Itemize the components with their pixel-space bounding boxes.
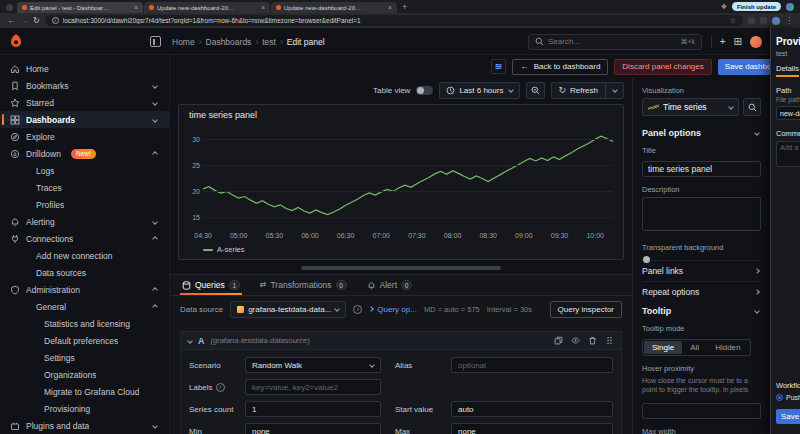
reload-icon[interactable]: ↻ (33, 17, 40, 25)
sidebar-item-statistics-and-licensing[interactable]: Statistics and licensing (0, 315, 169, 332)
sidebar-item-default-preferences[interactable]: Default preferences (0, 332, 169, 349)
sidebar-item-profiles[interactable]: Profiles (0, 196, 169, 213)
sidebar-item-explore[interactable]: Explore (0, 128, 169, 145)
sidebar-item-starred[interactable]: Starred (0, 94, 169, 111)
start-value-input[interactable] (451, 401, 613, 417)
sidebar-item-bookmarks[interactable]: Bookmarks (0, 77, 169, 94)
finish-update-button[interactable]: Finish update (732, 2, 781, 11)
mega-menu-dock-icon[interactable] (150, 36, 161, 47)
tab-close-icon[interactable]: × (134, 4, 138, 11)
duplicate-icon[interactable] (554, 336, 563, 345)
discard-panel-changes-button[interactable]: Discard panel changes (614, 59, 711, 75)
labels-input[interactable] (245, 379, 381, 395)
sidebar-item-data-sources[interactable]: Data sources (0, 264, 169, 281)
query-options-toggle[interactable]: Query op... (369, 305, 417, 314)
browser-tab-3[interactable]: Update new-dashboard-20… × (271, 2, 397, 13)
pane-resize-handle[interactable] (301, 266, 501, 270)
sidebar-item-home[interactable]: Home (0, 60, 169, 77)
panel-description-input[interactable] (642, 197, 761, 231)
tooltip-mode-hidden[interactable]: Hidden (707, 341, 748, 354)
info-icon[interactable]: i (353, 305, 362, 314)
sidebar-item-general[interactable]: General (0, 298, 169, 315)
browser-menu-icon[interactable]: ⋮ (785, 16, 793, 25)
refresh-button[interactable]: ↻ Refresh (551, 82, 624, 99)
sidebar-item-alerting[interactable]: Alerting (0, 213, 169, 230)
apps-grid-icon[interactable]: ⊞ (734, 37, 742, 47)
sidebar-item-add-new-connection[interactable]: Add new connection (0, 247, 169, 264)
tab-close-icon[interactable]: × (261, 4, 265, 11)
workflow-push-option[interactable]: Push (776, 394, 800, 401)
chevron-down-icon[interactable] (187, 338, 193, 344)
breadcrumb-home[interactable]: Home (172, 37, 195, 47)
tab-transformations[interactable]: ⇄ Transformations 0 (258, 275, 349, 295)
browser-tab-1[interactable]: Edit panel - test - Dashboar… × (17, 2, 143, 13)
sidebar-item-provisioning[interactable]: Provisioning (0, 400, 169, 417)
user-avatar[interactable] (750, 36, 762, 48)
sidebar-item-plugins-and-data[interactable]: Plugins and data (0, 417, 169, 434)
tab-search-icon[interactable] (6, 4, 13, 11)
breadcrumb-dashboard-name[interactable]: test (262, 37, 276, 47)
series-count-input[interactable] (245, 401, 381, 417)
visualization-search-button[interactable] (743, 98, 761, 116)
refresh-dropdown[interactable] (605, 83, 617, 98)
query-row-header[interactable]: A (grafana-testdata-datasource) (181, 332, 621, 350)
drawer-save-button[interactable]: Save (776, 409, 800, 424)
back-to-dashboard-button[interactable]: ← Back to dashboard (512, 59, 608, 75)
chart-legend[interactable]: A-series (203, 245, 245, 254)
browser-profile-avatar[interactable] (786, 3, 794, 11)
sidebar-item-administration[interactable]: Administration (0, 281, 169, 298)
eye-icon[interactable] (571, 336, 580, 345)
forward-icon[interactable]: → (20, 17, 28, 25)
site-info-icon[interactable]: i (52, 17, 59, 24)
min-input[interactable] (245, 423, 381, 434)
scenario-select[interactable]: Random Walk (245, 357, 381, 373)
panel-options-header[interactable]: Panel options (642, 128, 761, 138)
new-tab-icon[interactable]: + (402, 3, 407, 12)
tooltip-mode-single[interactable]: Single (644, 341, 682, 354)
zoom-out-button[interactable] (526, 82, 545, 99)
tab-alert[interactable]: Alert 0 (365, 275, 414, 295)
extensions-icon[interactable]: ❖ (721, 3, 727, 10)
search-box[interactable]: ⌘+k (528, 34, 702, 50)
visualization-select[interactable]: Time series (642, 98, 739, 116)
alias-input[interactable] (451, 357, 613, 373)
info-icon[interactable]: i (216, 383, 225, 392)
sidebar-item-drilldown[interactable]: DrilldownNew! (0, 145, 169, 162)
hover-proximity-input[interactable] (642, 403, 761, 419)
sidebar-item-traces[interactable]: Traces (0, 179, 169, 196)
tooltip-mode-all[interactable]: All (682, 341, 707, 354)
drawer-tab-details[interactable]: Details (776, 64, 799, 77)
search-input[interactable] (548, 37, 676, 46)
breadcrumb-dashboards[interactable]: Dashboards (206, 37, 252, 47)
table-view-toggle[interactable] (416, 86, 433, 95)
max-input[interactable] (451, 423, 613, 434)
tab-queries[interactable]: Queries 1 (180, 275, 242, 295)
back-icon[interactable]: ← (7, 17, 15, 25)
sidebar-item-connections[interactable]: Connections (0, 230, 169, 247)
sidebar-item-dashboards[interactable]: Dashboards (0, 111, 169, 128)
sidebar-item-settings[interactable]: Settings (0, 349, 169, 366)
extension-icon[interactable] (748, 17, 755, 24)
tooltip-header[interactable]: Tooltip (642, 306, 761, 316)
time-range-picker[interactable]: Last 6 hours (439, 82, 520, 99)
panel-links-row[interactable]: Panel links (642, 260, 761, 281)
url-field[interactable]: i localhost:3000/d/dawhi20gsr7r4d/test?o… (45, 15, 743, 26)
tab-close-icon[interactable]: × (388, 4, 392, 11)
sidebar-item-migrate-to-grafana-cloud[interactable]: Migrate to Grafana Cloud (0, 383, 169, 400)
edit-pane-toggle-icon[interactable] (491, 59, 506, 74)
add-icon[interactable]: + (720, 37, 726, 47)
extension-icon[interactable] (760, 17, 767, 24)
browser-tab-2[interactable]: Update new-dashboard-20… × (144, 2, 270, 13)
repeat-options-row[interactable]: Repeat options (642, 281, 761, 302)
drag-grip-icon[interactable] (605, 336, 614, 345)
comment-input[interactable] (776, 141, 800, 167)
panel-title-input[interactable] (642, 161, 761, 177)
path-input[interactable] (776, 106, 800, 120)
datasource-select[interactable]: grafana-testdata-data... (230, 301, 346, 318)
grafana-logo-icon[interactable] (8, 33, 24, 49)
browser-profile-avatar[interactable] (772, 17, 780, 25)
panel-preview[interactable]: time series panel 15202530 04:3005:0005:… (178, 104, 624, 260)
sidebar-item-organizations[interactable]: Organizations (0, 366, 169, 383)
query-inspector-button[interactable]: Query inspector (550, 301, 622, 318)
sidebar-item-logs[interactable]: Logs (0, 162, 169, 179)
